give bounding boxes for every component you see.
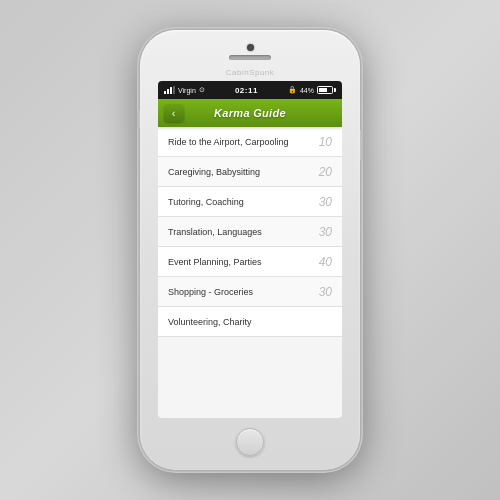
signal-bars <box>164 86 175 94</box>
list-item[interactable]: Tutoring, Coaching 30 <box>158 187 342 217</box>
status-bar: Virgin ⊙ 02:11 🔒 44% <box>158 81 342 99</box>
list-item-value: 20 <box>319 165 332 179</box>
list-item-value: 30 <box>319 285 332 299</box>
list-item[interactable]: Volunteering, Charity <box>158 307 342 337</box>
list-item[interactable]: Caregiving, Babysitting 20 <box>158 157 342 187</box>
nav-title: Karma Guide <box>214 107 286 119</box>
phone-frame: CabinSpunk Virgin ⊙ 02:11 🔒 44% <box>140 30 360 470</box>
signal-bar-4 <box>173 86 175 94</box>
list-item-label: Tutoring, Coaching <box>168 197 244 207</box>
list-item-label: Event Planning, Parties <box>168 257 262 267</box>
list-item-label: Shopping - Groceries <box>168 287 253 297</box>
status-right: 🔒 44% <box>288 86 336 94</box>
battery-pct-label: 44% <box>300 87 314 94</box>
list-item[interactable]: Shopping - Groceries 30 <box>158 277 342 307</box>
power-button <box>360 130 363 160</box>
signal-bar-2 <box>167 89 169 94</box>
battery-icon <box>317 86 336 94</box>
app-brand-label: CabinSpunk <box>226 68 275 77</box>
screen: Virgin ⊙ 02:11 🔒 44% ‹ Karma Guide <box>158 81 342 418</box>
back-chevron-icon: ‹ <box>172 108 176 119</box>
list-item-value: 30 <box>319 195 332 209</box>
nav-bar: ‹ Karma Guide <box>158 99 342 127</box>
phone-top-area <box>140 30 360 68</box>
signal-bar-1 <box>164 91 166 94</box>
list-item[interactable]: Event Planning, Parties 40 <box>158 247 342 277</box>
home-button[interactable] <box>236 428 264 456</box>
speaker <box>229 55 271 60</box>
list-item-value: 30 <box>319 225 332 239</box>
volume-button <box>137 110 140 128</box>
list-item-value: 40 <box>319 255 332 269</box>
carrier-label: Virgin <box>178 87 196 94</box>
back-button[interactable]: ‹ <box>164 104 184 122</box>
phone-bottom <box>140 428 360 470</box>
list-item-value: 10 <box>319 135 332 149</box>
list-item-label: Ride to the Airport, Carpooling <box>168 137 289 147</box>
list-item[interactable]: Translation, Languages 30 <box>158 217 342 247</box>
battery-fill <box>319 88 327 92</box>
status-time: 02:11 <box>235 86 258 95</box>
status-left: Virgin ⊙ <box>164 86 205 94</box>
signal-bar-3 <box>170 87 172 94</box>
list-item-label: Caregiving, Babysitting <box>168 167 260 177</box>
camera <box>247 44 254 51</box>
battery-tip <box>334 88 336 92</box>
list-item-label: Volunteering, Charity <box>168 317 252 327</box>
karma-list: Ride to the Airport, Carpooling 10 Careg… <box>158 127 342 418</box>
wifi-icon: ⊙ <box>199 86 205 94</box>
battery-body <box>317 86 333 94</box>
list-item-label: Translation, Languages <box>168 227 262 237</box>
list-item[interactable]: Ride to the Airport, Carpooling 10 <box>158 127 342 157</box>
lock-icon: 🔒 <box>288 86 297 94</box>
